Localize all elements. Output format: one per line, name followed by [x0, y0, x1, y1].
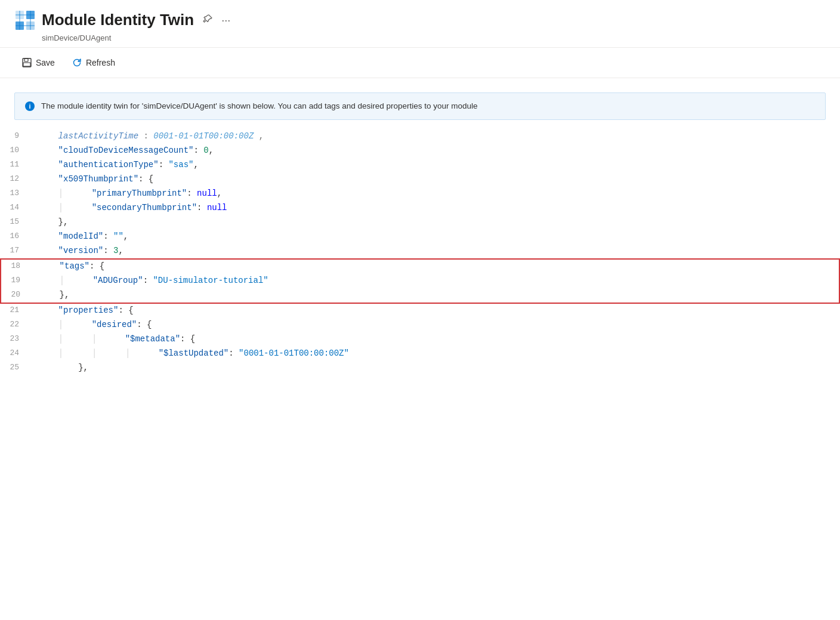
save-icon — [21, 57, 32, 68]
svg-text:i: i — [29, 103, 30, 110]
info-icon: i — [24, 101, 35, 112]
module-icon — [14, 10, 36, 31]
more-options-icon[interactable]: ··· — [221, 14, 230, 27]
code-line-24: 24 │ │ │ "$lastUpdated": "0001-01-01T00:… — [0, 347, 840, 361]
info-banner: i The module identity twin for 'simDevic… — [14, 92, 826, 120]
code-line-19: 19 │ "ADUGroup": "DU-simulator-tutorial" — [1, 274, 839, 288]
code-line-12: 12 "x509Thumbprint": { — [0, 172, 840, 187]
code-line-17: 17 "version": 3, — [0, 244, 840, 258]
code-line-14: 14 │ "secondaryThumbprint": null — [0, 201, 840, 215]
refresh-label: Refresh — [86, 58, 115, 67]
toolbar: Save Refresh — [0, 48, 840, 78]
save-button[interactable]: Save — [14, 54, 62, 72]
code-line-9: 9 lastActivityTime : 0001-01-01T00:00:00… — [0, 129, 840, 144]
page-title: Module Identity Twin — [42, 11, 194, 29]
code-line-23: 23 │ │ "$metadata": { — [0, 332, 840, 347]
code-line-18: 18 "tags": { — [1, 260, 839, 274]
code-line-22: 22 │ "desired": { — [0, 318, 840, 332]
pin-icon[interactable] — [202, 14, 213, 27]
code-line-13: 13 │ "primaryThumbprint": null, — [0, 187, 840, 201]
code-line-10: 10 "cloudToDeviceMessageCount": 0, — [0, 144, 840, 158]
svg-rect-9 — [24, 58, 28, 61]
code-editor: 9 lastActivityTime : 0001-01-01T00:00:00… — [0, 129, 840, 375]
svg-rect-10 — [23, 63, 30, 66]
page-header: Module Identity Twin ··· simDevice/DUAge… — [0, 0, 840, 48]
page-subtitle: simDevice/DUAgent — [42, 33, 826, 42]
code-line-25: 25 }, — [0, 361, 840, 375]
code-line-16: 16 "modelId": "", — [0, 230, 840, 244]
refresh-button[interactable]: Refresh — [64, 54, 122, 72]
code-line-11: 11 "authenticationType": "sas", — [0, 158, 840, 172]
code-line-21: 21 "properties": { — [0, 304, 840, 318]
save-label: Save — [36, 58, 55, 67]
code-line-20: 20 }, — [1, 288, 839, 303]
refresh-icon — [72, 57, 82, 68]
info-banner-text: The module identity twin for 'simDevice/… — [41, 100, 478, 112]
highlighted-tags-block: 18 "tags": { 19 │ "ADUGroup": "DU-simula… — [0, 258, 840, 304]
code-line-15: 15 }, — [0, 215, 840, 230]
